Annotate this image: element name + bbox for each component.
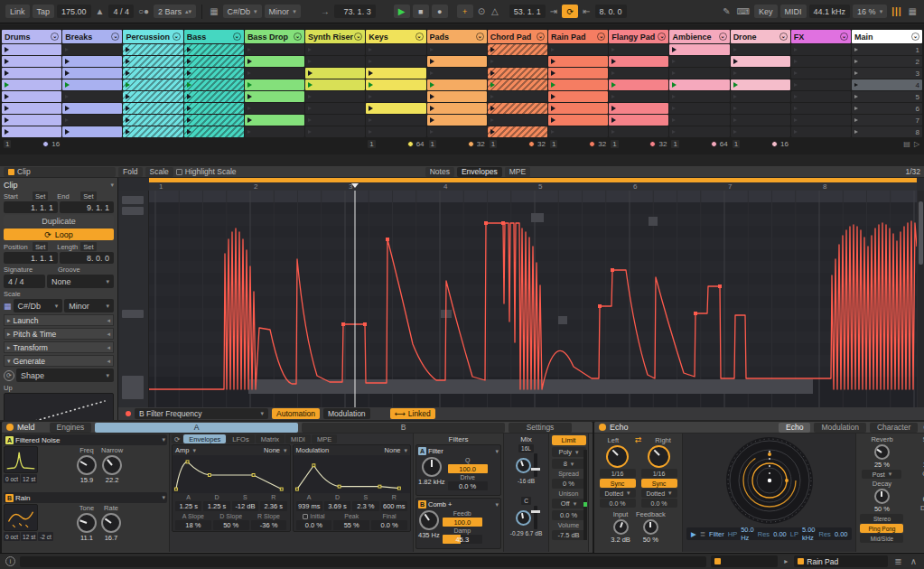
engine-b-selector[interactable]: BRain▾ [4,492,167,503]
shape-graph[interactable] [4,393,114,420]
engine-a-semitones[interactable]: 12 st [21,474,37,483]
pitch-time-section-header[interactable]: ▸Pitch & Time◂ [4,328,114,340]
tab-lfos[interactable]: LFOs [227,434,254,443]
grid-interval-display[interactable]: 1/32 [905,167,920,176]
mod-sustain[interactable]: 2.3 % [352,501,378,511]
play-button[interactable]: ▶ [394,5,410,18]
session-clip[interactable] [488,126,547,137]
env-cycle-icon[interactable]: ⟳ [172,434,182,443]
scene-launch-icon[interactable] [854,130,858,134]
browser-target-field[interactable] [711,555,778,567]
beat-time-ruler[interactable]: 12345678 [149,178,917,191]
empty-clip-slot[interactable] [731,91,790,102]
mod-decay[interactable]: 3.69 s [324,501,350,511]
scene-launch-icon[interactable] [854,60,858,63]
empty-clip-slot[interactable] [366,44,425,55]
nav-arrow-icon[interactable]: ▸ [782,557,789,565]
tab-mpe-meld[interactable]: MPE [312,434,337,443]
session-clip[interactable] [123,56,182,67]
metronome-icon[interactable]: ▲ [94,6,107,16]
empty-clip-slot[interactable] [669,115,729,126]
signature-field[interactable]: 4 / 4 [4,275,45,288]
track-header[interactable]: Flangy Pad⌄ [609,30,668,43]
clip-play-icon[interactable] [126,82,130,88]
clip-play-icon[interactable] [430,106,434,111]
session-clip[interactable] [184,44,244,55]
session-clip[interactable] [2,56,61,67]
clip-play-icon[interactable] [126,106,130,111]
mode-ping-pong[interactable]: Ping Pong [860,524,903,533]
transform-section-header[interactable]: ▸Transform◂ [4,341,114,353]
empty-clip-slot[interactable] [731,115,790,126]
scene-launch-icon[interactable] [854,107,858,110]
clip-play-icon[interactable] [490,70,495,76]
empty-clip-slot[interactable] [488,115,547,126]
empty-clip-slot[interactable] [488,91,547,102]
session-clip[interactable] [427,91,487,102]
shape-selector[interactable]: Shape▾ [16,368,114,382]
filter-a-q[interactable]: 100.0 [448,464,488,473]
reverb-knob[interactable] [874,444,890,460]
set-start-button[interactable]: Set [33,191,48,201]
echo-character-tab[interactable]: Character [870,423,918,433]
count-in-icon[interactable]: ○● [136,6,151,16]
session-clip[interactable] [2,126,61,137]
track-header[interactable]: FX⌄ [791,30,851,43]
clip-play-icon[interactable] [187,117,191,123]
track-fold-icon[interactable]: ⌄ [597,33,605,41]
clip-play-icon[interactable] [490,106,495,111]
cpu-meter[interactable]: 16 %▾ [853,5,887,18]
empty-clip-slot[interactable] [731,68,790,79]
empty-clip-slot[interactable] [609,126,668,137]
empty-clip-slot[interactable] [62,44,122,55]
tone-knob[interactable] [77,513,97,533]
empty-clip-slot[interactable] [791,44,851,55]
session-clip[interactable] [245,91,304,102]
filter-b-freq[interactable]: 435 Hz [418,510,440,544]
info-icon[interactable]: i [5,556,15,566]
session-clip[interactable] [184,68,244,79]
clip-play-icon[interactable] [308,82,313,88]
loop-start-field[interactable]: 53. 1. 1 [509,5,546,18]
clip-play-icon[interactable] [187,82,191,88]
playing-clip[interactable] [2,79,61,90]
mix-b-tone-knob[interactable] [516,510,531,526]
empty-clip-slot[interactable] [305,56,365,67]
filter-b-freq-knob[interactable] [419,510,439,530]
engine-a-knob1[interactable]: Freq15.9 [77,446,97,484]
mod-peak[interactable]: 55 % [333,520,369,530]
session-clip[interactable] [2,68,61,79]
scene-slot[interactable]: 5 [852,91,922,102]
arrangement-position-field[interactable]: 73. 1. 3 [334,5,376,18]
punch-in-icon[interactable]: ⇥ [548,6,559,16]
session-clip[interactable] [427,103,487,114]
tab-envelopes[interactable]: Envelopes [457,167,502,177]
collapse-icon[interactable]: ▾ [110,182,114,189]
session-clip[interactable] [62,103,122,114]
filter-a-type-selector[interactable]: AFilter▾ [418,446,499,456]
key-scale-menu[interactable]: Minor▾ [265,5,301,18]
mod-envelope-graph[interactable] [294,455,411,493]
set-length-button[interactable]: Set [80,242,96,251]
empty-clip-slot[interactable] [427,126,487,137]
track-fold-icon[interactable]: ⌄ [111,33,119,41]
amp-decay[interactable]: 1.25 s [203,501,229,511]
clip-play-icon[interactable] [308,70,313,76]
amp-envelope-graph[interactable] [173,455,290,493]
tab-envelopes-meld[interactable]: Envelopes [183,434,226,443]
list-view-icon[interactable]: ≣ [892,556,903,566]
track-header[interactable]: Main⌄ [852,30,922,43]
lp-res[interactable]: 0.00 [835,530,848,538]
clip-play-icon[interactable] [126,117,130,123]
key-root-menu[interactable]: C#/Db▾ [223,5,262,18]
empty-clip-slot[interactable] [669,126,729,137]
right-delay-knob[interactable] [648,445,670,468]
track-header[interactable]: Ambience⌄ [669,30,729,43]
set-position-button[interactable]: Set [33,242,48,251]
mix-b-pan[interactable]: C [521,497,531,505]
loop-switch[interactable]: ⟳ [562,5,578,18]
echo-filter-strip[interactable]: ▶ ≣ Filter HP50.0 Hz Res0.00 LP5.00 kHz … [686,527,852,540]
empty-clip-slot[interactable] [669,68,729,79]
clip-play-icon[interactable] [5,70,9,76]
clip-play-icon[interactable] [369,82,373,88]
